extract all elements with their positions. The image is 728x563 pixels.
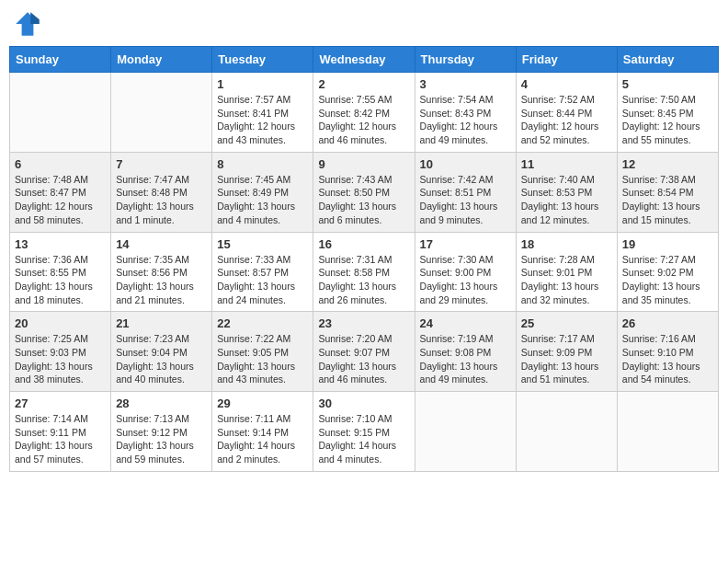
day-info: Sunrise: 7:30 AM Sunset: 9:00 PM Dayligh… [420,253,511,307]
calendar-cell [111,73,212,153]
day-number: 17 [420,237,511,251]
weekday-header: Thursday [415,47,516,73]
day-number: 26 [622,316,713,330]
day-number: 6 [15,157,106,171]
day-number: 25 [521,316,612,330]
calendar-cell: 24Sunrise: 7:19 AM Sunset: 9:08 PM Dayli… [415,312,516,392]
day-info: Sunrise: 7:40 AM Sunset: 8:53 PM Dayligh… [521,173,612,227]
day-info: Sunrise: 7:28 AM Sunset: 9:01 PM Dayligh… [521,253,612,307]
day-info: Sunrise: 7:14 AM Sunset: 9:11 PM Dayligh… [15,412,106,466]
day-number: 18 [521,237,612,251]
day-info: Sunrise: 7:45 AM Sunset: 8:49 PM Dayligh… [217,173,308,227]
calendar-cell: 7Sunrise: 7:47 AM Sunset: 8:48 PM Daylig… [111,152,212,232]
calendar-cell: 5Sunrise: 7:50 AM Sunset: 8:45 PM Daylig… [617,73,718,153]
calendar-cell: 26Sunrise: 7:16 AM Sunset: 9:10 PM Dayli… [617,312,718,392]
day-info: Sunrise: 7:10 AM Sunset: 9:15 PM Dayligh… [318,412,409,466]
calendar-cell: 22Sunrise: 7:22 AM Sunset: 9:05 PM Dayli… [212,312,313,392]
day-number: 7 [116,157,207,171]
day-number: 8 [217,157,308,171]
calendar-table: SundayMondayTuesdayWednesdayThursdayFrid… [9,46,719,472]
day-info: Sunrise: 7:52 AM Sunset: 8:44 PM Dayligh… [521,93,612,147]
day-number: 19 [622,237,713,251]
calendar-cell [516,392,617,472]
day-info: Sunrise: 7:17 AM Sunset: 9:09 PM Dayligh… [521,332,612,386]
day-info: Sunrise: 7:54 AM Sunset: 8:43 PM Dayligh… [420,93,511,147]
day-number: 3 [420,77,511,91]
calendar-cell: 13Sunrise: 7:36 AM Sunset: 8:55 PM Dayli… [10,232,111,312]
day-info: Sunrise: 7:22 AM Sunset: 9:05 PM Dayligh… [217,332,308,386]
day-number: 24 [420,316,511,330]
calendar-cell: 30Sunrise: 7:10 AM Sunset: 9:15 PM Dayli… [313,392,415,472]
day-number: 2 [318,77,409,91]
day-info: Sunrise: 7:48 AM Sunset: 8:47 PM Dayligh… [15,173,106,227]
logo-icon [13,9,42,39]
day-number: 14 [116,237,207,251]
day-info: Sunrise: 7:31 AM Sunset: 8:58 PM Dayligh… [318,253,409,307]
day-info: Sunrise: 7:20 AM Sunset: 9:07 PM Dayligh… [318,332,409,386]
day-number: 5 [622,77,713,91]
day-info: Sunrise: 7:25 AM Sunset: 9:03 PM Dayligh… [15,332,106,386]
day-number: 21 [116,316,207,330]
day-info: Sunrise: 7:35 AM Sunset: 8:56 PM Dayligh… [116,253,207,307]
calendar-cell: 28Sunrise: 7:13 AM Sunset: 9:12 PM Dayli… [111,392,212,472]
day-info: Sunrise: 7:43 AM Sunset: 8:50 PM Dayligh… [318,173,409,227]
calendar-header: SundayMondayTuesdayWednesdayThursdayFrid… [10,47,719,73]
calendar-cell: 17Sunrise: 7:30 AM Sunset: 9:00 PM Dayli… [415,232,516,312]
calendar-cell: 11Sunrise: 7:40 AM Sunset: 8:53 PM Dayli… [516,152,617,232]
calendar-cell [10,73,111,153]
calendar-cell: 9Sunrise: 7:43 AM Sunset: 8:50 PM Daylig… [313,152,415,232]
day-number: 16 [318,237,409,251]
day-number: 13 [15,237,106,251]
day-number: 1 [217,77,308,91]
day-info: Sunrise: 7:33 AM Sunset: 8:57 PM Dayligh… [217,253,308,307]
calendar-cell [617,392,718,472]
day-info: Sunrise: 7:57 AM Sunset: 8:41 PM Dayligh… [217,93,308,147]
calendar-cell: 20Sunrise: 7:25 AM Sunset: 9:03 PM Dayli… [10,312,111,392]
calendar-body: 1Sunrise: 7:57 AM Sunset: 8:41 PM Daylig… [10,73,719,472]
calendar-cell: 27Sunrise: 7:14 AM Sunset: 9:11 PM Dayli… [10,392,111,472]
calendar-week-row: 6Sunrise: 7:48 AM Sunset: 8:47 PM Daylig… [10,152,719,232]
weekday-row: SundayMondayTuesdayWednesdayThursdayFrid… [10,47,719,73]
day-info: Sunrise: 7:50 AM Sunset: 8:45 PM Dayligh… [622,93,713,147]
day-number: 9 [318,157,409,171]
weekday-header: Monday [111,47,212,73]
day-number: 11 [521,157,612,171]
calendar-cell: 2Sunrise: 7:55 AM Sunset: 8:42 PM Daylig… [313,73,415,153]
weekday-header: Wednesday [313,47,415,73]
calendar-cell [415,392,516,472]
day-info: Sunrise: 7:36 AM Sunset: 8:55 PM Dayligh… [15,253,106,307]
day-number: 27 [15,396,106,410]
day-number: 20 [15,316,106,330]
day-info: Sunrise: 7:38 AM Sunset: 8:54 PM Dayligh… [622,173,713,227]
weekday-header: Friday [516,47,617,73]
calendar-cell: 3Sunrise: 7:54 AM Sunset: 8:43 PM Daylig… [415,73,516,153]
page-header [9,9,719,39]
day-info: Sunrise: 7:47 AM Sunset: 8:48 PM Dayligh… [116,173,207,227]
calendar-week-row: 1Sunrise: 7:57 AM Sunset: 8:41 PM Daylig… [10,73,719,153]
day-info: Sunrise: 7:42 AM Sunset: 8:51 PM Dayligh… [420,173,511,227]
calendar-cell: 21Sunrise: 7:23 AM Sunset: 9:04 PM Dayli… [111,312,212,392]
calendar-cell: 25Sunrise: 7:17 AM Sunset: 9:09 PM Dayli… [516,312,617,392]
logo [13,9,46,39]
day-info: Sunrise: 7:16 AM Sunset: 9:10 PM Dayligh… [622,332,713,386]
day-info: Sunrise: 7:11 AM Sunset: 9:14 PM Dayligh… [217,412,308,466]
day-number: 30 [318,396,409,410]
day-number: 22 [217,316,308,330]
weekday-header: Saturday [617,47,718,73]
calendar-cell: 16Sunrise: 7:31 AM Sunset: 8:58 PM Dayli… [313,232,415,312]
calendar-cell: 6Sunrise: 7:48 AM Sunset: 8:47 PM Daylig… [10,152,111,232]
calendar-cell: 10Sunrise: 7:42 AM Sunset: 8:51 PM Dayli… [415,152,516,232]
weekday-header: Sunday [10,47,111,73]
calendar-week-row: 13Sunrise: 7:36 AM Sunset: 8:55 PM Dayli… [10,232,719,312]
calendar-cell: 23Sunrise: 7:20 AM Sunset: 9:07 PM Dayli… [313,312,415,392]
calendar-cell: 18Sunrise: 7:28 AM Sunset: 9:01 PM Dayli… [516,232,617,312]
calendar-cell: 8Sunrise: 7:45 AM Sunset: 8:49 PM Daylig… [212,152,313,232]
day-info: Sunrise: 7:13 AM Sunset: 9:12 PM Dayligh… [116,412,207,466]
calendar-cell: 19Sunrise: 7:27 AM Sunset: 9:02 PM Dayli… [617,232,718,312]
calendar-week-row: 20Sunrise: 7:25 AM Sunset: 9:03 PM Dayli… [10,312,719,392]
svg-marker-1 [30,12,40,24]
day-info: Sunrise: 7:23 AM Sunset: 9:04 PM Dayligh… [116,332,207,386]
calendar-cell: 4Sunrise: 7:52 AM Sunset: 8:44 PM Daylig… [516,73,617,153]
weekday-header: Tuesday [212,47,313,73]
calendar-cell: 15Sunrise: 7:33 AM Sunset: 8:57 PM Dayli… [212,232,313,312]
